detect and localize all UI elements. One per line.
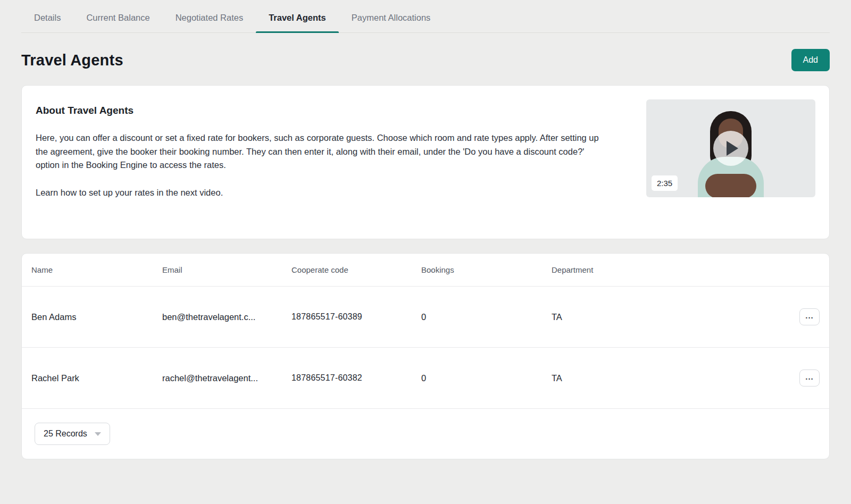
tab-negotiated-rates[interactable]: Negotiated Rates (163, 7, 256, 32)
tab-travel-agents[interactable]: Travel Agents (256, 7, 339, 32)
cell-name: Ben Adams (31, 312, 162, 322)
table-row: Rachel Park rachel@thetravelagent... 187… (22, 348, 829, 409)
cell-email: rachel@thetravelagent... (162, 373, 291, 383)
row-menu-button[interactable]: ... (799, 308, 820, 325)
row-actions: ... (769, 369, 820, 387)
column-header-cooperate-code: Cooperate code (291, 265, 421, 274)
about-card: About Travel Agents Here, you can offer … (21, 85, 830, 239)
cell-department: TA (552, 373, 769, 383)
cell-bookings: 0 (421, 312, 552, 322)
column-header-bookings: Bookings (421, 265, 552, 274)
about-text: About Travel Agents Here, you can offer … (36, 99, 599, 225)
cell-cooperate-code: 187865517-60389 (291, 312, 421, 322)
about-paragraph-2: Learn how to set up your rates in the ne… (36, 186, 599, 200)
chevron-down-icon (95, 432, 101, 436)
table-footer: 25 Records (22, 409, 829, 459)
page-title: Travel Agents (21, 52, 123, 69)
tab-payment-allocations[interactable]: Payment Allocations (339, 7, 444, 32)
cell-email: ben@thetravelagent.c... (162, 312, 291, 322)
play-triangle-icon (727, 141, 738, 156)
travel-agents-table: Name Email Cooperate code Bookings Depar… (21, 253, 830, 459)
cell-bookings: 0 (421, 373, 552, 383)
person-arms (705, 174, 756, 197)
column-header-name: Name (31, 265, 162, 274)
tab-current-balance[interactable]: Current Balance (73, 7, 162, 32)
table-header-row: Name Email Cooperate code Bookings Depar… (22, 254, 829, 287)
cell-department: TA (552, 312, 769, 322)
tab-details[interactable]: Details (21, 7, 73, 32)
cell-name: Rachel Park (31, 373, 162, 383)
column-header-email: Email (162, 265, 291, 274)
about-paragraph-1: Here, you can offer a discount or set a … (36, 131, 599, 172)
tab-bar: Details Current Balance Negotiated Rates… (21, 0, 830, 33)
video-duration-badge: 2:35 (652, 175, 678, 191)
page-header: Travel Agents Add (21, 33, 830, 85)
records-per-page-value: 25 Records (44, 429, 87, 439)
about-title: About Travel Agents (36, 105, 599, 116)
add-button[interactable]: Add (791, 49, 830, 71)
play-icon[interactable] (713, 131, 748, 166)
row-menu-button[interactable]: ... (799, 369, 820, 387)
cell-cooperate-code: 187865517-60382 (291, 373, 421, 383)
video-thumbnail[interactable]: 2:35 (646, 99, 815, 197)
table-row: Ben Adams ben@thetravelagent.c... 187865… (22, 287, 829, 348)
column-header-department: Department (552, 265, 769, 274)
records-per-page-select[interactable]: 25 Records (35, 423, 110, 445)
row-actions: ... (769, 308, 820, 325)
